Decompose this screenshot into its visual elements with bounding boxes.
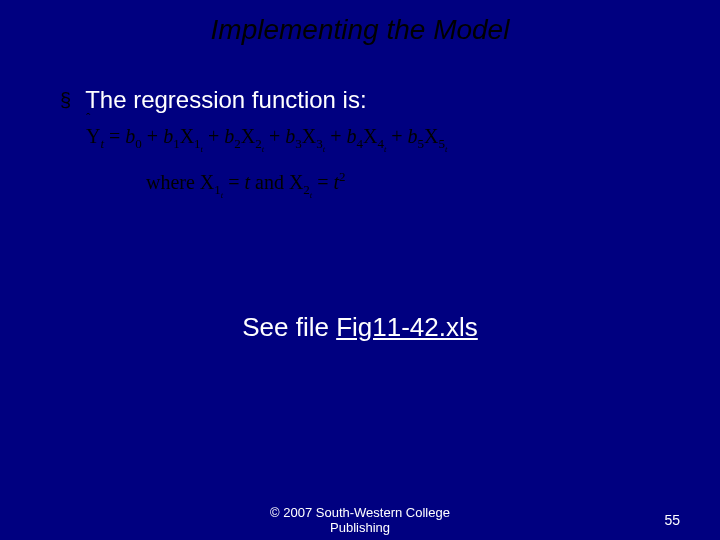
footer-line-1: © 2007 South-Western College — [0, 505, 720, 521]
bullet-item: § The regression function is: — [60, 86, 660, 114]
equation-block: ˆYt = b0 + b1X1t + b2X2t + b3X3t + b4X4t… — [86, 120, 660, 202]
footer: © 2007 South-Western College Publishing — [0, 505, 720, 536]
equation-line-2: where X1t = t and X2t = t2 — [146, 166, 660, 202]
footer-line-2: Publishing — [0, 520, 720, 536]
file-link[interactable]: Fig11-42.xls — [336, 312, 478, 342]
see-file-prefix: See file — [242, 312, 336, 342]
see-file-line: See file Fig11-42.xls — [60, 312, 660, 343]
slide-title: Implementing the Model — [0, 0, 720, 46]
bullet-marker: § — [60, 86, 71, 114]
bullet-text: The regression function is: — [85, 86, 366, 114]
content-area: § The regression function is: ˆYt = b0 +… — [0, 46, 720, 343]
equation-line-1: ˆYt = b0 + b1X1t + b2X2t + b3X3t + b4X4t… — [86, 120, 660, 156]
page-number: 55 — [664, 512, 680, 528]
